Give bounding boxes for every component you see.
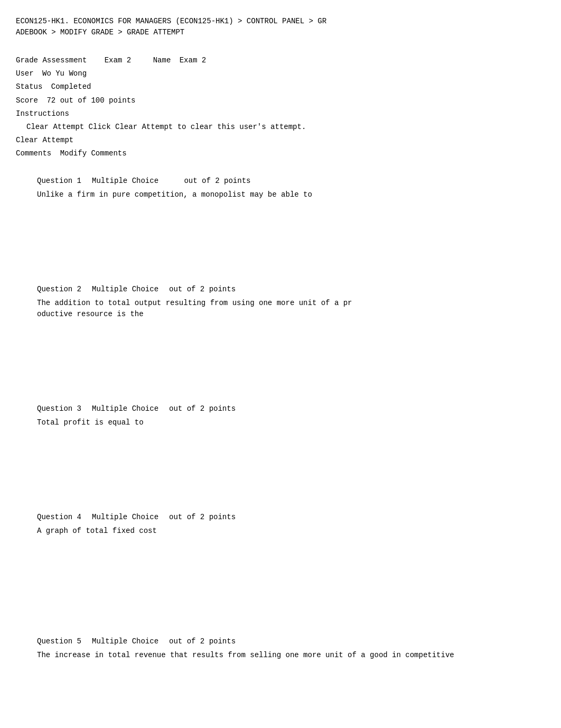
question-1-block: Question 1 Multiple Choice out of 2 poin… [16, 177, 545, 264]
question-1-type: Multiple Choice [92, 177, 158, 185]
question-3-header: Question 3 Multiple Choice out of 2 poin… [37, 404, 545, 413]
score-row: Score 72 out of 100 points [16, 94, 545, 107]
name-label: Name [153, 54, 171, 67]
status-label: Status [16, 80, 42, 94]
user-label: User [16, 67, 34, 80]
name-value: Exam 2 [180, 54, 206, 67]
question-4-text: A graph of total fixed cost [37, 526, 545, 537]
status-value: Completed [51, 80, 91, 94]
questions-container: Question 1 Multiple Choice out of 2 poin… [16, 177, 545, 661]
question-1-of [169, 177, 173, 185]
breadcrumb-line2: ADEBOOK > MODIFY GRADE > GRADE ATTEMPT [16, 28, 184, 36]
question-3-block: Question 3 Multiple Choice out of 2 poin… [16, 404, 545, 492]
question-1-text: Unlike a firm in pure competition, a mon… [37, 189, 545, 200]
instructions-row: Instructions [16, 107, 545, 121]
user-value: Wo Yu Wong [42, 67, 87, 80]
question-5-block: Question 5 Multiple Choice out of 2 poin… [16, 637, 545, 661]
question-2-block: Question 2 Multiple Choice out of 2 poin… [16, 285, 545, 383]
instructions-block: Clear Attempt Click Clear Attempt to cle… [26, 121, 545, 134]
breadcrumb: ECON125-HK1. ECONOMICS FOR MANAGERS (ECO… [16, 16, 545, 38]
question-1-number: Question 1 [37, 177, 81, 185]
question-2-header: Question 2 Multiple Choice out of 2 poin… [37, 285, 545, 293]
question-4-block: Question 4 Multiple Choice out of 2 poin… [16, 513, 545, 616]
clear-attempt-row: Clear Attempt [16, 134, 545, 147]
question-3-type: Multiple Choice [92, 404, 158, 413]
question-2-number: Question 2 [37, 285, 81, 293]
status-row: Status Completed [16, 80, 545, 94]
comments-label: Comments [16, 147, 51, 160]
question-5-number: Question 5 [37, 637, 81, 646]
assessment-value [89, 54, 102, 67]
question-1-spacer [37, 200, 545, 264]
grade-info-section: Grade Assessment Exam 2 Name Exam 2 User… [16, 54, 545, 161]
assessment-exam-value: Exam 2 [105, 54, 131, 67]
question-3-points: out of 2 points [169, 404, 236, 413]
question-4-points: out of 2 points [169, 513, 236, 521]
question-5-text: The increase in total revenue that resul… [37, 650, 545, 661]
question-5-type: Multiple Choice [92, 637, 158, 646]
question-4-spacer [37, 537, 545, 616]
score-value: 72 out of 100 points [46, 94, 135, 107]
breadcrumb-line1: ECON125-HK1. ECONOMICS FOR MANAGERS (ECO… [16, 17, 326, 25]
question-3-number: Question 3 [37, 404, 81, 413]
question-2-type: Multiple Choice [92, 285, 158, 293]
user-row: User Wo Yu Wong [16, 67, 545, 80]
question-5-points: out of 2 points [169, 637, 236, 646]
instructions-label: Instructions [16, 107, 69, 121]
instructions-text: Clear Attempt Click Clear Attempt to cle… [26, 123, 306, 131]
question-4-number: Question 4 [37, 513, 81, 521]
comments-value: Modify Comments [60, 147, 127, 160]
score-label: Score [16, 94, 38, 107]
question-4-type: Multiple Choice [92, 513, 158, 521]
question-1-points: out of 2 points [184, 177, 250, 185]
clear-attempt-label: Clear Attempt [16, 134, 73, 147]
question-5-header: Question 5 Multiple Choice out of 2 poin… [37, 637, 545, 646]
question-4-header: Question 4 Multiple Choice out of 2 poin… [37, 513, 545, 521]
assessment-label: Grade Assessment [16, 54, 87, 67]
comments-row: Comments Modify Comments [16, 147, 545, 160]
assessment-row: Grade Assessment Exam 2 Name Exam 2 [16, 54, 545, 67]
question-2-spacer [37, 320, 545, 383]
question-2-text: The addition to total output resulting f… [37, 298, 545, 320]
question-3-spacer [37, 428, 545, 492]
question-1-header: Question 1 Multiple Choice out of 2 poin… [37, 177, 545, 185]
question-2-points: out of 2 points [169, 285, 236, 293]
question-3-text: Total profit is equal to [37, 417, 545, 428]
